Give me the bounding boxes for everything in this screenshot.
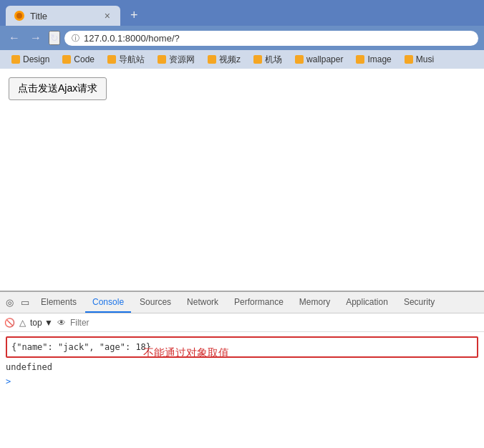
context-selector[interactable]: top ▼ — [30, 318, 53, 328]
bookmark-icon — [11, 55, 20, 64]
url-text: 127.0.0.1:8000/home/? — [84, 33, 180, 44]
lock-icon: ⓘ — [72, 33, 79, 44]
tab-title: Title — [30, 11, 97, 21]
bookmark-label: 视频z — [219, 54, 241, 66]
console-annotation: 不能通过对象取值 — [143, 346, 229, 360]
bookmark-music[interactable]: Musi — [399, 53, 440, 66]
bookmark-nav[interactable]: 导航站 — [102, 52, 150, 67]
bookmark-airport[interactable]: 机场 — [248, 52, 288, 67]
bookmark-icon — [208, 55, 216, 64]
new-tab-button[interactable]: + — [126, 8, 142, 23]
console-prompt[interactable]: > — [0, 375, 484, 388]
tab-security[interactable]: Security — [397, 292, 442, 313]
devtools-header: ◎ ▭ Elements Console Sources Network Per… — [0, 292, 484, 313]
tab-elements[interactable]: Elements — [34, 292, 84, 313]
bookmark-label: 机场 — [265, 54, 282, 66]
devtools-inspect-icon[interactable]: ◎ — [3, 296, 16, 309]
bookmark-icon — [62, 55, 71, 64]
bookmark-icon — [253, 55, 262, 64]
bookmark-icon — [158, 55, 166, 64]
bookmark-label: wallpaper — [306, 54, 343, 64]
bookmark-label: 导航站 — [119, 54, 145, 66]
filter-icon[interactable]: △ — [19, 318, 26, 328]
tab-console[interactable]: Console — [85, 292, 131, 313]
devtools-panel: ◎ ▭ Elements Console Sources Network Per… — [0, 291, 484, 448]
bookmark-icon — [107, 55, 116, 64]
url-bar[interactable]: ⓘ 127.0.0.1:8000/home/? — [64, 31, 478, 46]
bookmark-wallpaper[interactable]: wallpaper — [289, 53, 349, 66]
ajax-button[interactable]: 点击发送Ajax请求 — [9, 77, 107, 100]
page-content: 点击发送Ajax请求 — [0, 69, 484, 291]
tab-network[interactable]: Network — [180, 292, 226, 313]
devtools-filter-bar: 🚫 △ top ▼ 👁 — [0, 313, 484, 332]
eye-icon[interactable]: 👁 — [57, 318, 66, 328]
console-line-json: {"name": "jack", "age": 18} — [6, 336, 478, 358]
bookmark-video[interactable]: 视频z — [202, 52, 246, 67]
bookmark-resource[interactable]: 资源网 — [152, 52, 200, 67]
console-json-text: {"name": "jack", "age": 18} — [11, 341, 151, 354]
tab-memory[interactable]: Memory — [292, 292, 337, 313]
bookmark-label: Code — [74, 54, 95, 64]
tab-sources[interactable]: Sources — [132, 292, 178, 313]
bookmark-icon — [356, 55, 364, 64]
bookmark-icon — [295, 55, 304, 64]
address-bar: ← → ↻ ⓘ 127.0.0.1:8000/home/? — [0, 26, 484, 50]
bookmark-label: Image — [367, 54, 391, 64]
browser-tab[interactable]: Title × — [6, 6, 120, 26]
tab-favicon — [14, 11, 24, 21]
bookmark-label: 资源网 — [169, 54, 195, 66]
devtools-device-icon[interactable]: ▭ — [18, 296, 32, 309]
tab-bar: Title × + — [0, 0, 484, 26]
browser-chrome: Title × + ← → ↻ ⓘ 127.0.0.1:8000/home/? … — [0, 0, 484, 69]
bookmark-label: Design — [23, 54, 49, 64]
clear-console-icon[interactable]: 🚫 — [4, 318, 15, 328]
bookmarks-bar: Design Code 导航站 资源网 视频z 机场 wallpaper Im — [0, 50, 484, 69]
reload-button[interactable]: ↻ — [49, 31, 60, 45]
bookmark-label: Musi — [416, 54, 434, 64]
forward-button[interactable]: → — [27, 30, 44, 46]
tab-application[interactable]: Application — [339, 292, 395, 313]
bookmark-code[interactable]: Code — [57, 53, 100, 66]
console-undefined-text: undefined — [6, 361, 52, 374]
tab-close-button[interactable]: × — [103, 10, 112, 21]
tab-performance[interactable]: Performance — [227, 292, 291, 313]
back-button[interactable]: ← — [6, 30, 23, 46]
bookmark-design[interactable]: Design — [6, 53, 55, 66]
console-line-undefined: undefined — [0, 359, 484, 375]
bookmark-icon — [405, 55, 413, 64]
filter-input[interactable] — [70, 318, 480, 328]
bookmark-image[interactable]: Image — [350, 53, 397, 66]
console-output: {"name": "jack", "age": 18} undefined 不能… — [0, 332, 484, 448]
